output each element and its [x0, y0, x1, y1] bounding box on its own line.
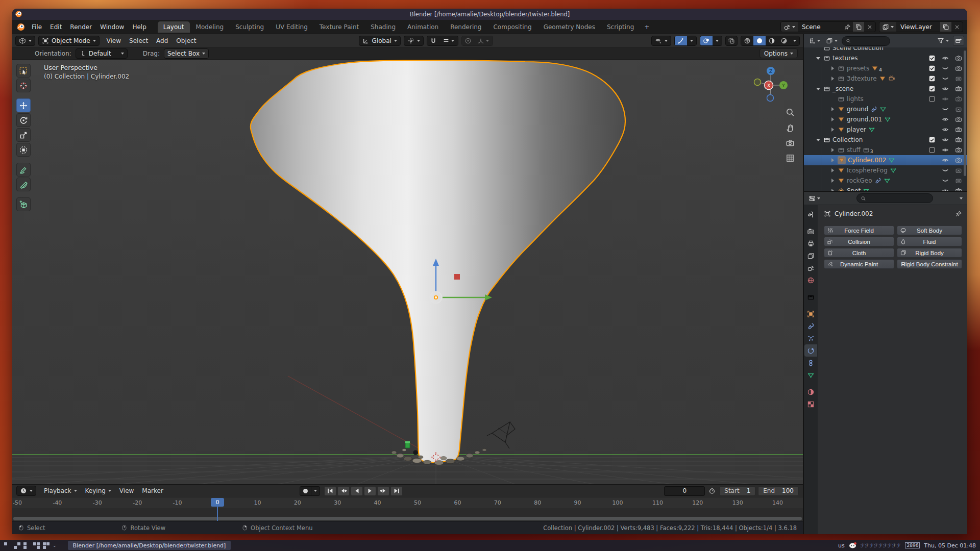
checkbox-toggle[interactable]	[926, 65, 938, 72]
stopwatch-icon[interactable]	[708, 487, 716, 494]
render-camera-toggle[interactable]	[953, 75, 964, 82]
snap-toggle[interactable]	[427, 36, 439, 45]
taskbar-window-entry[interactable]: Blender [/home/amalie/Desktop/blender/tw…	[68, 541, 231, 550]
properties-tab-physics[interactable]	[804, 344, 817, 357]
properties-tab-world[interactable]	[804, 274, 817, 286]
render-camera-toggle[interactable]	[953, 167, 964, 174]
snap-target-dropdown[interactable]	[439, 36, 458, 45]
menu-window[interactable]: Window	[96, 22, 128, 32]
visibility-eye-toggle[interactable]	[940, 187, 951, 191]
outliner-row-collection[interactable]: Collection	[804, 135, 967, 145]
outliner-row-lights[interactable]: lights	[804, 94, 967, 104]
render-camera-toggle[interactable]	[953, 85, 964, 92]
properties-tab-output[interactable]	[804, 237, 817, 249]
gizmos-dropdown[interactable]	[687, 36, 696, 45]
timeline-menu-playback[interactable]: Playback	[40, 486, 81, 496]
viewport-menu-view[interactable]: View	[103, 36, 125, 46]
visibility-eye-toggle[interactable]	[940, 95, 951, 103]
properties-editor-type-button[interactable]	[807, 193, 822, 204]
tray-number-badge[interactable]: 2896	[905, 542, 920, 548]
visibility-eye-toggle[interactable]	[940, 85, 951, 92]
workspace-tab-animation[interactable]: Animation	[402, 21, 444, 33]
visibility-eye-toggle[interactable]	[940, 157, 951, 164]
cloth-button[interactable]: Cloth	[824, 248, 894, 258]
workspace-tab-rendering[interactable]: Rendering	[445, 21, 487, 33]
pivot-point-dropdown[interactable]	[404, 36, 424, 46]
outliner-row-ground[interactable]: ground	[804, 104, 967, 114]
properties-tab-view-layer[interactable]	[804, 249, 817, 262]
checkbox-toggle[interactable]	[926, 55, 938, 62]
shading-solid-button[interactable]	[753, 36, 766, 45]
checkbox-toggle[interactable]	[926, 85, 938, 92]
viewlayer-selector[interactable]: ViewLayer	[879, 21, 963, 32]
axis-minus-x-ball[interactable]	[754, 79, 761, 86]
checkbox-toggle[interactable]	[926, 136, 938, 143]
scene-selector[interactable]: Scene	[780, 21, 876, 32]
checkbox-toggle[interactable]	[926, 95, 938, 103]
visibility-eye-toggle[interactable]	[940, 75, 951, 82]
visibility-eye-toggle[interactable]	[940, 106, 951, 113]
render-camera-toggle[interactable]	[953, 157, 964, 164]
scene-name[interactable]: Scene	[798, 23, 842, 31]
outliner-row-stuff[interactable]: stuff3	[804, 145, 967, 155]
show-gizmos-toggle[interactable]	[675, 36, 687, 45]
render-camera-toggle[interactable]	[953, 65, 964, 72]
visibility-eye-toggle[interactable]	[940, 116, 951, 123]
drag-value-dropdown[interactable]: Select Box	[164, 48, 209, 59]
render-camera-toggle[interactable]	[953, 136, 964, 143]
window-titlebar[interactable]: Blender [/home/amalie/Desktop/blender/tw…	[12, 9, 967, 20]
tool-move[interactable]	[16, 98, 31, 112]
editor-type-button[interactable]	[15, 36, 35, 46]
expander-icon[interactable]	[829, 77, 836, 81]
visibility-eye-toggle[interactable]	[940, 65, 951, 72]
workspace-2-icon[interactable]	[14, 542, 20, 549]
next-key-button[interactable]	[377, 486, 389, 496]
timeline-menu-marker[interactable]: Marker	[138, 486, 166, 496]
properties-tab-object-data[interactable]	[804, 369, 817, 381]
shading-rendered-button[interactable]	[778, 36, 790, 45]
menu-file[interactable]: File	[28, 22, 46, 32]
properties-search-input[interactable]	[868, 195, 929, 202]
checkbox-toggle[interactable]	[926, 75, 938, 82]
taskbar-expand-icon[interactable]: ⌄	[53, 543, 57, 548]
render-camera-toggle[interactable]	[953, 116, 964, 123]
properties-options-dropdown[interactable]	[958, 193, 964, 204]
properties-tab-particles[interactable]	[804, 332, 817, 344]
tool-measure[interactable]	[16, 178, 31, 191]
record-icon[interactable]	[303, 489, 308, 493]
rigid-body-button[interactable]: Rigid Body	[897, 248, 962, 258]
axis-minus-z-ball[interactable]	[767, 95, 774, 102]
workspace-4-icon[interactable]	[33, 542, 40, 549]
expander-icon[interactable]	[815, 57, 821, 60]
playhead-badge[interactable]: 0	[211, 498, 224, 507]
dynamic-paint-button[interactable]: Dynamic Paint	[824, 259, 894, 269]
transform-orientation-dropdown[interactable]: Global	[359, 36, 401, 46]
properties-tab-material[interactable]	[804, 386, 817, 398]
outliner-row-scene-collection[interactable]: Scene Collection	[804, 47, 967, 53]
navigation-gizmo[interactable]: Z Y X	[751, 63, 791, 104]
properties-tab-modifiers[interactable]	[804, 320, 817, 332]
viewport-menu-add[interactable]: Add	[152, 36, 172, 46]
render-camera-toggle[interactable]	[953, 126, 964, 133]
timeline-editor-type-button[interactable]	[16, 486, 36, 496]
taskbar-clock[interactable]: Thu, 05 Dec 01:48	[924, 542, 976, 549]
mode-dropdown[interactable]: Object Mode	[38, 36, 100, 46]
properties-tab-object[interactable]	[804, 308, 817, 320]
outliner-row-player[interactable]: player	[804, 124, 967, 135]
pin-icon[interactable]	[955, 210, 962, 217]
outliner-row-presets[interactable]: presets4	[804, 63, 967, 73]
render-camera-toggle[interactable]	[953, 146, 964, 154]
visibility-eye-toggle[interactable]	[940, 136, 951, 143]
properties-search[interactable]	[856, 193, 933, 203]
proportional-edit-toggle[interactable]	[462, 36, 474, 45]
timeline-menu-keying[interactable]: Keying	[82, 486, 115, 496]
camera-object[interactable]	[487, 422, 515, 448]
frame-end-field[interactable]: End 100	[758, 486, 799, 496]
tornado-funnel-mesh[interactable]	[251, 60, 625, 463]
current-frame-field[interactable]: 0	[664, 486, 705, 496]
tool-cursor[interactable]	[16, 79, 31, 92]
tool-annotate[interactable]	[16, 163, 31, 177]
render-camera-toggle[interactable]	[953, 55, 964, 62]
object-visibility-dropdown[interactable]	[651, 36, 671, 46]
viewlayer-name[interactable]: ViewLayer	[896, 23, 940, 31]
